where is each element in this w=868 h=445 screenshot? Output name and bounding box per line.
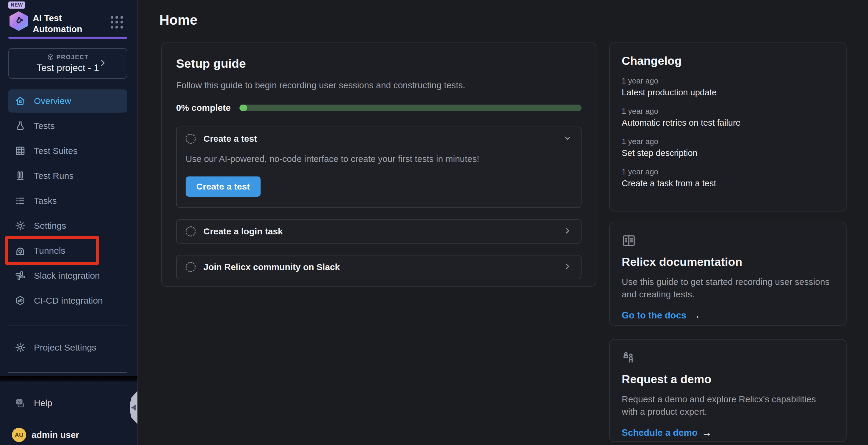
step-create-login-task: Create a login task <box>176 219 582 244</box>
create-a-test-button[interactable]: Create a test <box>186 176 260 197</box>
changelog-title: Changelog <box>622 54 834 67</box>
sidebar-divider <box>8 372 127 373</box>
changelog-time: 1 year ago <box>622 107 834 116</box>
people-icon <box>622 351 834 366</box>
step-header[interactable]: Create a test <box>177 127 581 150</box>
help-button[interactable]: ? Help <box>8 391 127 415</box>
sidebar-divider <box>8 326 127 326</box>
setup-guide-card: Setup guide Follow this guide to begin r… <box>161 42 596 287</box>
logo-glyph-icon <box>13 15 25 27</box>
hexagon-link-icon <box>15 295 26 306</box>
grid-icon <box>15 145 26 156</box>
app-window: NEW AI Test Automation PROJECT Test proj… <box>0 0 868 445</box>
step-body: Use our AI-powered, no-code interface to… <box>177 150 581 207</box>
changelog-time: 1 year ago <box>622 167 834 176</box>
documentation-book-icon <box>622 234 834 249</box>
changelog-entry: 1 year ago Set step description <box>622 137 834 158</box>
sidebar-footer: ? Help <box>8 391 127 416</box>
chevron-down-icon <box>563 134 572 144</box>
brand-accent-divider <box>8 37 127 39</box>
sidebar-item-settings[interactable]: Settings <box>8 214 127 237</box>
go-to-docs-link[interactable]: Go to the docs → <box>622 310 834 321</box>
project-eyebrow: PROJECT <box>47 54 89 61</box>
sidebar-item-label: Overview <box>34 96 71 106</box>
sidebar-item-test-runs[interactable]: Test Runs <box>8 164 127 187</box>
chevron-right-icon <box>98 59 107 69</box>
schedule-demo-link[interactable]: Schedule a demo → <box>622 427 834 439</box>
sidebar: NEW AI Test Automation PROJECT Test proj… <box>0 0 137 445</box>
sidebar-collapse-handle[interactable] <box>130 391 137 424</box>
tunnel-icon <box>15 245 26 256</box>
setup-progress: 0% complete <box>176 103 582 113</box>
home-icon <box>15 96 26 106</box>
new-badge: NEW <box>8 1 25 9</box>
step-title: Create a test <box>204 134 555 144</box>
link-label: Go to the docs <box>622 310 686 321</box>
chevron-right-icon <box>563 226 572 236</box>
project-selector[interactable]: PROJECT Test project - 1 <box>8 48 127 79</box>
sidebar-item-tunnels[interactable]: Tunnels <box>8 239 127 262</box>
flask-icon <box>15 121 26 131</box>
step-description: Use our AI-powered, no-code interface to… <box>186 154 572 164</box>
step-join-slack-community: Join Relicx community on Slack <box>176 255 582 279</box>
help-chat-icon: ? <box>15 398 26 408</box>
avatar: AU <box>12 428 26 442</box>
sidebar-item-test-suites[interactable]: Test Suites <box>8 139 127 163</box>
documentation-card: Relicx documentation Use this guide to g… <box>609 221 846 326</box>
step-title: Create a login task <box>204 226 555 236</box>
sidebar-item-label: Slack integration <box>34 271 100 281</box>
changelog-entries: 1 year ago Latest production update 1 ye… <box>622 76 834 189</box>
request-demo-description: Request a demo and explore Relicx's capa… <box>622 393 834 418</box>
link-label: Schedule a demo <box>622 427 698 438</box>
sidebar-secondary-nav: Project Settings <box>8 336 127 361</box>
sidebar-item-project-settings[interactable]: Project Settings <box>8 336 127 359</box>
sidebar-item-label: Test Runs <box>34 171 73 181</box>
setup-guide-description: Follow this guide to begin recording use… <box>176 80 582 90</box>
page-title: Home <box>159 12 197 28</box>
help-label: Help <box>34 398 52 408</box>
sidebar-item-label: Project Settings <box>34 343 96 353</box>
step-header[interactable]: Create a login task <box>177 220 581 243</box>
slack-icon <box>15 270 26 281</box>
gear-icon <box>15 342 26 353</box>
app-switcher-grid-icon[interactable] <box>111 16 123 29</box>
sidebar-item-overview[interactable]: Overview <box>8 90 127 112</box>
setup-guide-title: Setup guide <box>176 57 582 71</box>
gear-icon <box>15 220 26 231</box>
changelog-entry-title: Set step description <box>622 148 834 158</box>
step-create-a-test: Create a test Use our AI-powered, no-cod… <box>176 127 582 208</box>
user-menu[interactable]: AU admin user <box>12 428 79 442</box>
app-logo <box>9 11 28 31</box>
sidebar-section-break <box>0 376 137 381</box>
changelog-entry-title: Latest production update <box>622 88 834 97</box>
arrow-right-icon: → <box>702 427 712 439</box>
sidebar-item-label: Settings <box>34 221 66 231</box>
sidebar-item-tests[interactable]: Tests <box>8 114 127 138</box>
sidebar-item-slack-integration[interactable]: Slack integration <box>8 264 127 287</box>
svg-text:?: ? <box>18 400 21 404</box>
progress-label: 0% complete <box>176 103 230 113</box>
main-content: Home Setup guide Follow this guide to be… <box>137 0 868 445</box>
chevron-right-icon <box>563 262 572 272</box>
changelog-entry-title: Create a task from a test <box>622 178 834 189</box>
incomplete-step-icon <box>186 226 196 236</box>
list-icon <box>15 196 26 206</box>
incomplete-step-icon <box>186 134 196 144</box>
step-header[interactable]: Join Relicx community on Slack <box>177 255 581 279</box>
changelog-entry: 1 year ago Create a task from a test <box>622 167 834 189</box>
setup-steps: Create a test Use our AI-powered, no-cod… <box>176 127 582 279</box>
request-demo-card: Request a demo Request a demo and explor… <box>609 339 846 442</box>
changelog-entry: 1 year ago Automatic retries on test fai… <box>622 107 834 128</box>
sidebar-item-cicd-integration[interactable]: CI-CD integration <box>8 289 127 312</box>
progress-bar <box>240 105 582 111</box>
changelog-entry-title: Automatic retries on test failure <box>622 118 834 128</box>
request-demo-title: Request a demo <box>622 373 834 386</box>
user-name: admin user <box>32 430 79 440</box>
progress-fill <box>240 105 247 111</box>
collapse-arrow-icon <box>131 405 136 411</box>
changelog-entry: 1 year ago Latest production update <box>622 76 834 97</box>
columns-icon <box>15 171 26 181</box>
sidebar-item-tasks[interactable]: Tasks <box>8 189 127 212</box>
step-title: Join Relicx community on Slack <box>204 262 555 272</box>
changelog-time: 1 year ago <box>622 76 834 85</box>
